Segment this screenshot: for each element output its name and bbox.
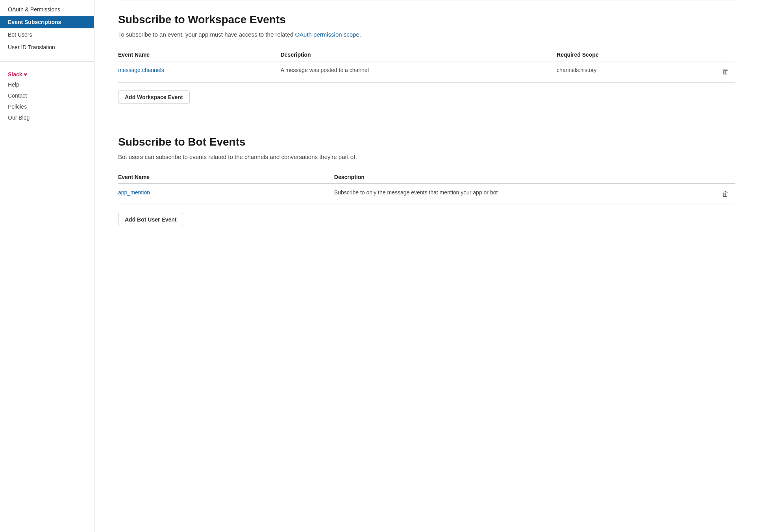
workspace-delete-icon-0[interactable]: 🗑 bbox=[720, 67, 731, 77]
workspace-col-description: Description bbox=[281, 48, 557, 61]
contact-link[interactable]: Contact bbox=[0, 90, 94, 101]
top-divider bbox=[118, 0, 735, 0]
main-content: Subscribe to Workspace Events To subscri… bbox=[94, 0, 759, 532]
workspace-events-table-head: Event Name Description Required Scope bbox=[118, 48, 735, 61]
bot-event-desc-0: Subscribe to only the message events tha… bbox=[334, 184, 705, 205]
workspace-event-name-0: message.channels bbox=[118, 61, 281, 83]
sidebar-footer-links: Help Contact Policies Our Blog bbox=[0, 79, 94, 123]
bot-events-desc: Bot users can subscribe to events relate… bbox=[118, 153, 735, 162]
workspace-col-event-name: Event Name bbox=[118, 48, 281, 61]
workspace-events-table: Event Name Description Required Scope me… bbox=[118, 48, 735, 83]
bot-col-event-name: Event Name bbox=[118, 171, 334, 184]
workspace-event-scope-0: channels:history bbox=[557, 61, 703, 83]
workspace-col-action bbox=[703, 48, 735, 61]
bot-events-title: Subscribe to Bot Events bbox=[118, 135, 735, 149]
add-bot-event-button[interactable]: Add Bot User Event bbox=[118, 213, 183, 226]
sidebar-item-user-id-translation[interactable]: User ID Translation bbox=[0, 41, 94, 54]
workspace-event-row-0: message.channels A message was posted to… bbox=[118, 61, 735, 83]
workspace-events-desc-suffix: . bbox=[359, 31, 361, 38]
bot-events-section: Subscribe to Bot Events Bot users can su… bbox=[118, 135, 735, 245]
workspace-events-desc: To subscribe to an event, your app must … bbox=[118, 30, 735, 39]
sidebar-item-oauth-permissions[interactable]: OAuth & Permissions bbox=[0, 3, 94, 16]
workspace-event-link-0[interactable]: message.channels bbox=[118, 67, 164, 73]
bot-events-table-body: app_mention Subscribe to only the messag… bbox=[118, 184, 735, 205]
sidebar: OAuth & Permissions Event Subscriptions … bbox=[0, 0, 94, 532]
bot-delete-icon-0[interactable]: 🗑 bbox=[720, 189, 731, 199]
slack-brand-label: Slack bbox=[8, 71, 22, 78]
bot-event-action-0: 🗑 bbox=[705, 184, 735, 205]
workspace-events-header-row: Event Name Description Required Scope bbox=[118, 48, 735, 61]
workspace-events-section: Subscribe to Workspace Events To subscri… bbox=[118, 13, 735, 123]
oauth-scope-link[interactable]: OAuth permission scope bbox=[295, 31, 359, 38]
sidebar-brand: Slack ♥ bbox=[0, 66, 94, 79]
bot-events-header-row: Event Name Description bbox=[118, 171, 735, 184]
bot-event-link-0[interactable]: app_mention bbox=[118, 189, 150, 196]
workspace-event-action-0: 🗑 bbox=[703, 61, 735, 83]
bot-col-action bbox=[705, 171, 735, 184]
workspace-events-table-body: message.channels A message was posted to… bbox=[118, 61, 735, 83]
help-link[interactable]: Help bbox=[0, 79, 94, 90]
heart-icon: ♥ bbox=[24, 71, 27, 78]
bot-event-name-0: app_mention bbox=[118, 184, 334, 205]
bot-event-row-0: app_mention Subscribe to only the messag… bbox=[118, 184, 735, 205]
sidebar-nav: OAuth & Permissions Event Subscriptions … bbox=[0, 0, 94, 57]
sidebar-divider bbox=[0, 61, 94, 62]
sidebar-item-bot-users[interactable]: Bot Users bbox=[0, 28, 94, 41]
workspace-events-desc-prefix: To subscribe to an event, your app must … bbox=[118, 31, 295, 38]
bot-col-description: Description bbox=[334, 171, 705, 184]
sidebar-item-event-subscriptions[interactable]: Event Subscriptions bbox=[0, 16, 94, 28]
workspace-events-title: Subscribe to Workspace Events bbox=[118, 13, 735, 26]
policies-link[interactable]: Policies bbox=[0, 101, 94, 112]
bot-events-table-head: Event Name Description bbox=[118, 171, 735, 184]
bot-events-table: Event Name Description app_mention Subsc… bbox=[118, 171, 735, 205]
our-blog-link[interactable]: Our Blog bbox=[0, 112, 94, 123]
add-workspace-event-button[interactable]: Add Workspace Event bbox=[118, 91, 190, 104]
workspace-event-desc-0: A message was posted to a channel bbox=[281, 61, 557, 83]
workspace-col-required-scope: Required Scope bbox=[557, 48, 703, 61]
